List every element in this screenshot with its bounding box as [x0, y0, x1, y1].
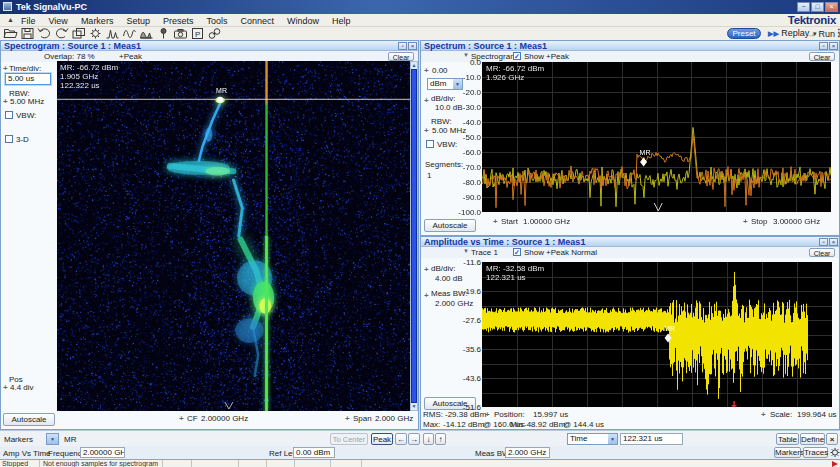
amplitude-trace-selector[interactable]: Trace 1 — [471, 248, 498, 257]
scroll-down-icon[interactable]: ▼ — [411, 403, 417, 410]
position-value[interactable]: 15.997 us — [533, 410, 568, 419]
menu-item-markers[interactable]: Markers — [80, 15, 115, 27]
threed-checkbox[interactable] — [5, 135, 13, 143]
adjust-knob-icon[interactable]: + — [424, 97, 429, 105]
cf-value[interactable]: 2.00000 GHz — [201, 414, 248, 423]
settings-gear-icon[interactable] — [87, 27, 104, 40]
span-value[interactable]: 2.000 GHz — [375, 414, 413, 423]
ref-level-input[interactable]: 0.00 dBm — [293, 447, 335, 458]
spectrogram-panel-titlebar[interactable]: Spectrogram : Source 1 : Meas1 ▫ × — [1, 41, 418, 51]
table-button[interactable]: Table — [776, 433, 799, 445]
marker-select[interactable]: ▼ — [46, 433, 59, 445]
spectrum-panel-titlebar[interactable]: Spectrum : Source 1 : Meas1 ▫ × — [421, 41, 839, 51]
peak-up-icon[interactable]: ↑ — [435, 433, 446, 445]
vbw-checkbox[interactable] — [5, 111, 13, 119]
adjust-knob-icon[interactable]: + — [424, 266, 429, 274]
panel-restore-icon[interactable]: ▫ — [398, 42, 407, 50]
chevron-down-icon[interactable]: ▼ — [47, 434, 58, 444]
to-center-button[interactable]: To Center — [330, 433, 368, 445]
menu-item-window[interactable]: Window — [286, 15, 320, 27]
amplitude-canvas[interactable] — [482, 262, 832, 407]
window-layout-icon[interactable] — [70, 27, 87, 40]
menu-item-file[interactable]: File — [20, 15, 37, 27]
spectrogram-canvas[interactable] — [57, 61, 410, 411]
define-button[interactable]: Define — [800, 433, 825, 445]
spectrogram-plot[interactable]: MR: -66.72 dBm 1.905 GHz 122.322 us — [57, 61, 410, 411]
menu-item-tools[interactable]: Tools — [205, 15, 228, 27]
markers-panel-button[interactable]: Markers — [774, 447, 801, 458]
panel-restore-icon[interactable]: ▫ — [819, 42, 828, 50]
panel-close-icon[interactable]: × — [829, 42, 838, 50]
start-value[interactable]: 1.00000 GHz — [523, 217, 570, 226]
adjust-knob-icon[interactable]: + — [424, 127, 429, 135]
marker-domain-select[interactable]: Time▼ — [567, 433, 618, 445]
menu-item-setup[interactable]: Setup — [125, 15, 151, 27]
stop-value[interactable]: 3.00000 GHz — [773, 217, 820, 226]
spectrogram-autoscale-button[interactable]: Autoscale — [3, 413, 55, 426]
trace-wave-icon[interactable] — [121, 27, 138, 40]
displays-icon[interactable] — [104, 27, 121, 40]
adjust-knob-icon[interactable]: + — [743, 218, 748, 226]
undo-icon[interactable] — [36, 27, 53, 40]
panel-close-icon[interactable]: × — [408, 42, 417, 50]
scale-value[interactable]: 199.964 us — [797, 410, 837, 419]
connect-link-icon[interactable] — [206, 27, 223, 40]
trace-shaded-icon[interactable] — [138, 27, 155, 40]
redo-icon[interactable] — [53, 27, 70, 40]
adjust-knob-icon[interactable]: + — [493, 218, 498, 226]
marker-time-input[interactable]: 122.321 us — [620, 433, 683, 445]
spectrum-autoscale-button[interactable]: Autoscale — [424, 219, 476, 232]
panel-restore-icon[interactable]: ▫ — [819, 238, 828, 246]
panel-close-icon[interactable]: × — [829, 238, 838, 246]
show-checkbox[interactable]: ✓ — [513, 248, 521, 256]
window-maximize-icon[interactable]: □ — [811, 2, 824, 12]
menu-item-view[interactable]: View — [48, 15, 69, 27]
amplitude-plot[interactable]: MR: -32.58 dBm 122.321 us — [482, 262, 832, 407]
chevron-down-icon[interactable]: ▼ — [463, 52, 469, 58]
menu-item-presets[interactable]: Presets — [162, 15, 195, 27]
spectrogram-clear-button[interactable]: Clear — [388, 52, 414, 61]
adjust-knob-icon[interactable]: + — [179, 415, 184, 423]
chevron-down-icon[interactable]: ▼ — [608, 434, 617, 444]
menu-item-connect[interactable]: Connect — [239, 15, 275, 27]
time-div-input[interactable]: 5.00 us — [5, 73, 51, 85]
peak-right-icon[interactable]: → — [408, 433, 420, 445]
window-titlebar[interactable]: Tek SignalVu-PC − □ × — [0, 0, 840, 14]
spectrum-plot[interactable]: MR: -66.72 dBm 1.926 GHz — [482, 62, 831, 212]
adjust-knob-icon[interactable]: + — [3, 65, 8, 73]
adjust-knob-icon[interactable]: + — [424, 292, 429, 300]
window-close-icon[interactable]: × — [825, 2, 838, 12]
spectrogram-scrollbar[interactable]: ▲ ▼ — [410, 61, 418, 411]
scrollbar-thumb[interactable] — [411, 69, 417, 403]
marker-drop-icon[interactable] — [155, 27, 172, 40]
amplitude-clear-button[interactable]: Clear — [809, 248, 835, 257]
presets-p-icon[interactable]: P — [189, 27, 206, 40]
adjust-knob-icon[interactable]: + — [424, 67, 429, 75]
frequency-input[interactable]: 2.00000 GHz — [80, 447, 125, 458]
close-markers-icon[interactable]: × — [826, 433, 838, 445]
open-file-icon[interactable] — [2, 27, 19, 40]
scroll-up-icon[interactable]: ▲ — [411, 62, 417, 69]
rbw-value[interactable]: 5.00 MHz — [10, 97, 44, 106]
spectrum-clear-button[interactable]: Clear — [809, 52, 835, 61]
vbw-checkbox[interactable] — [426, 140, 434, 148]
show-checkbox[interactable]: ✓ — [513, 52, 521, 60]
window-minimize-icon[interactable]: − — [797, 2, 810, 12]
peak-down-icon[interactable]: ↓ — [423, 433, 434, 445]
app-menu-icon[interactable]: ▲ — [7, 16, 14, 23]
adjust-knob-icon[interactable]: + — [761, 411, 766, 419]
save-icon[interactable] — [19, 27, 36, 40]
camera-icon[interactable] — [172, 27, 189, 40]
adjust-knob-icon[interactable]: + — [3, 384, 8, 392]
peak-left-icon[interactable]: ← — [395, 433, 407, 445]
adjust-knob-icon[interactable]: + — [345, 415, 350, 423]
peak-button[interactable]: Peak — [371, 433, 393, 445]
ref-level-value[interactable]: 0.00 — [432, 66, 448, 75]
adjust-knob-icon[interactable]: + — [3, 98, 8, 106]
traces-panel-button[interactable]: Traces — [803, 447, 828, 458]
amplitude-panel-titlebar[interactable]: Amplitude vs Time : Source 1 : Meas1 ▫ × — [421, 237, 839, 247]
pos-value[interactable]: 4.4 div — [10, 383, 34, 392]
menu-item-help[interactable]: Help — [331, 15, 352, 27]
preset-button[interactable]: Preset — [727, 28, 761, 39]
adjust-knob-icon[interactable]: + — [485, 411, 490, 419]
